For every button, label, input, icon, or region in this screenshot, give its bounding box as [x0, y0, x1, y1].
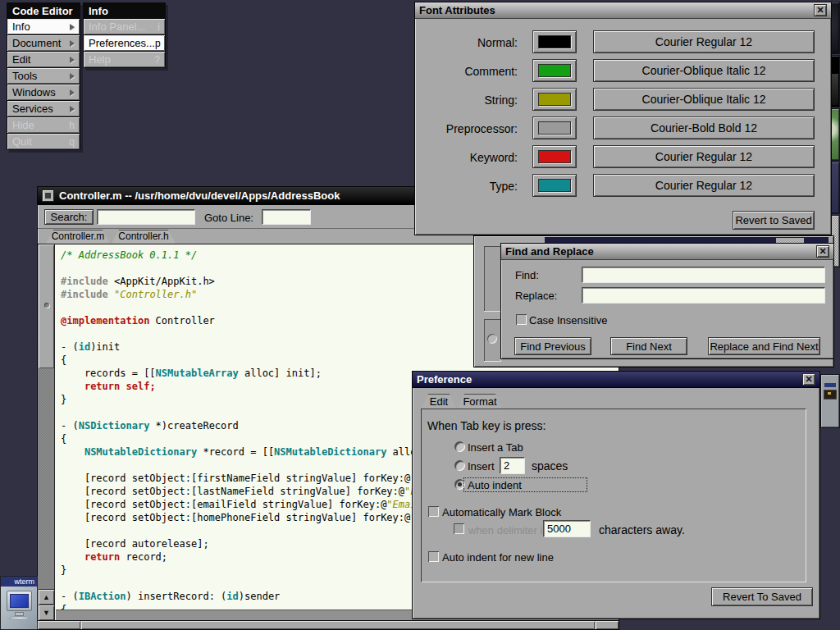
goto-line-label: Goto Line:	[204, 212, 253, 224]
tab-edit[interactable]: Edit	[422, 394, 456, 409]
find-replace-titlebar[interactable]: Find and Replace ✕	[501, 244, 833, 260]
find-next-button[interactable]: Find Next	[610, 337, 687, 355]
shortcut-label: p	[155, 38, 161, 49]
menu-item-info[interactable]: Info	[7, 19, 80, 34]
info-submenu-title[interactable]: Info	[84, 3, 165, 18]
normal-label: Normal:	[415, 36, 518, 49]
miniaturize-button[interactable]	[42, 189, 54, 202]
main-menu-title[interactable]: Code Editor	[7, 3, 80, 18]
keyword-color-well[interactable]	[532, 145, 577, 168]
close-icon[interactable]: ✕	[814, 4, 827, 16]
keyword-font-button[interactable]: Courier Regular 12	[593, 145, 815, 168]
normal-color-well[interactable]	[532, 30, 577, 53]
close-icon[interactable]: ✕	[802, 373, 815, 386]
resize-handle-middle[interactable]	[81, 621, 595, 629]
insert-tab-label: Insert a Tab	[468, 441, 523, 454]
close-icon[interactable]: ✕	[816, 245, 829, 258]
auto-indent-newline-label: Auto indent for new line	[442, 551, 554, 564]
tab-key-label: When Tab key is press:	[427, 419, 546, 432]
menu-item-hide[interactable]: Hideh	[7, 117, 80, 133]
menu-item-document[interactable]: Document	[7, 35, 80, 51]
scroll-up-button[interactable]: ▲	[39, 589, 54, 605]
submenu-arrow-icon	[70, 106, 75, 112]
delimiter-label: when delimiter i	[468, 524, 542, 536]
submenu-arrow-icon	[70, 24, 75, 30]
window-resize-bar[interactable]	[38, 620, 619, 629]
font-attributes-title: Font Attributes	[419, 4, 495, 16]
find-label: Find:	[515, 269, 539, 281]
insert-spaces-radio[interactable]	[454, 460, 465, 471]
vertical-scrollbar[interactable]: ▲ ▼	[38, 244, 55, 620]
wterm-miniwindow[interactable]: wterm	[0, 576, 38, 630]
string-font-button[interactable]: Courier-Oblique Italic 12	[593, 88, 815, 111]
font-attributes-panel: Font Attributes ✕ Normal: Courier Regula…	[414, 2, 832, 235]
dock-tile-toolbox-icon[interactable]	[820, 374, 840, 428]
type-font-button[interactable]: Courier Regular 12	[593, 174, 815, 197]
spaces-count-input[interactable]	[500, 457, 525, 474]
preprocessor-label: Preprocessor:	[415, 122, 518, 135]
terminal-monitor-icon	[7, 591, 32, 611]
find-input[interactable]	[582, 267, 825, 283]
normal-font-button[interactable]: Courier Regular 12	[593, 30, 815, 53]
tab-controller-m[interactable]: Controller.m	[46, 230, 110, 244]
preprocessor-font-button[interactable]: Courier-Bold Bold 12	[593, 116, 815, 139]
scrollbar-dimple	[44, 303, 49, 308]
shortcut-label: q	[69, 136, 75, 148]
spaces-suffix-label: spaces	[532, 459, 568, 472]
auto-indent-label: Auto indent	[468, 479, 522, 491]
auto-indent-newline-checkbox[interactable]	[428, 551, 439, 562]
replace-input[interactable]	[582, 287, 825, 304]
keyword-label: Keyword:	[415, 151, 518, 164]
resize-handle-right[interactable]	[596, 621, 619, 629]
menu-item-info-panel[interactable]: Info Panel...i	[84, 19, 165, 34]
comment-label: Comment:	[415, 65, 518, 78]
shortcut-label: i	[158, 21, 160, 33]
background-panel-box-1	[484, 246, 501, 312]
revert-to-saved-button[interactable]: Revert To Saved	[711, 587, 813, 606]
delimiter-suffix-label: characters away.	[599, 523, 685, 536]
search-button[interactable]: Search:	[44, 209, 94, 225]
menu-item-tools[interactable]: Tools	[7, 68, 80, 84]
menu-item-windows[interactable]: Windows	[7, 84, 80, 100]
insert-tab-radio[interactable]	[454, 441, 465, 452]
vertical-scrollbar-knob[interactable]	[39, 244, 54, 368]
delimiter-count-input[interactable]	[543, 520, 591, 537]
preference-titlebar[interactable]: Preference ✕	[413, 372, 819, 388]
tab-controller-h[interactable]: Controller.h	[112, 230, 176, 244]
resize-handle-left[interactable]	[38, 621, 80, 629]
main-menu: Code Editor Info Document Edit Tools Win…	[7, 2, 80, 150]
case-insensitive-checkbox[interactable]	[516, 314, 527, 325]
preference-panel: Preference ✕ Edit Format When Tab key is…	[412, 371, 820, 619]
revert-to-saved-button[interactable]: Revert to Saved	[733, 211, 815, 230]
type-color-well[interactable]	[532, 174, 577, 197]
menu-item-preferences[interactable]: Preferences...p	[84, 35, 165, 51]
background-panel-box-2	[484, 319, 501, 362]
font-attributes-titlebar[interactable]: Font Attributes ✕	[415, 2, 831, 19]
mark-block-label: Automatically Mark Block	[442, 506, 561, 518]
info-submenu: Info Info Panel...i Preferences...p Help…	[83, 2, 166, 68]
search-input[interactable]	[97, 209, 195, 225]
mark-block-checkbox[interactable]	[428, 506, 439, 517]
replace-and-find-next-button[interactable]: Replace and Find Next	[708, 337, 820, 355]
preprocessor-color-well[interactable]	[532, 116, 577, 139]
submenu-arrow-icon	[70, 57, 75, 63]
menu-item-edit[interactable]: Edit	[7, 52, 80, 67]
tab-format[interactable]: Format	[458, 394, 502, 409]
replace-label: Replace:	[515, 290, 557, 302]
string-color-well[interactable]	[532, 88, 577, 111]
toolbox-latch	[828, 392, 831, 395]
shortcut-label: h	[69, 120, 75, 131]
menu-item-help[interactable]: Help?	[84, 52, 165, 67]
comment-font-button[interactable]: Courier-Oblique Italic 12	[593, 59, 815, 82]
submenu-arrow-icon	[70, 89, 75, 96]
find-previous-button[interactable]: Find Previous	[514, 337, 591, 355]
submenu-arrow-icon	[70, 73, 75, 80]
scroll-down-button[interactable]: ▼	[39, 605, 54, 620]
insert-spaces-label: Insert	[468, 460, 495, 472]
menu-item-services[interactable]: Services	[7, 101, 80, 116]
delimiter-checkbox[interactable]	[454, 523, 464, 534]
toolbox-body	[824, 390, 837, 399]
menu-item-quit[interactable]: Quitq	[7, 134, 80, 149]
goto-line-input[interactable]	[262, 209, 311, 225]
comment-color-well[interactable]	[532, 59, 577, 82]
